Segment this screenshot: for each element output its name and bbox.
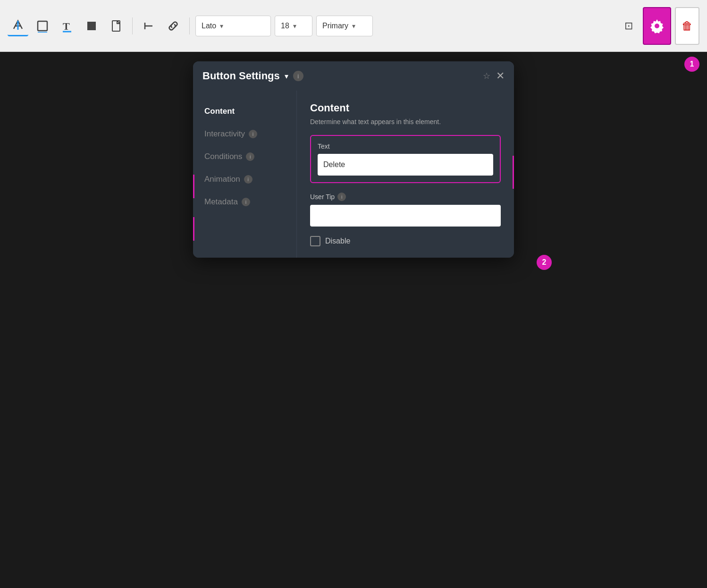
- toolbar-right: ⊡ 🗑: [618, 7, 699, 45]
- style-chevron: ▾: [352, 22, 355, 30]
- size-chevron: ▾: [293, 22, 296, 30]
- svg-rect-2: [38, 21, 47, 31]
- left-accent-bar-2: [193, 217, 194, 241]
- sidebar-item-animation[interactable]: Animation i: [193, 168, 296, 191]
- sidebar-item-metadata[interactable]: Metadata i: [193, 191, 296, 213]
- toolbar: T Lato ▾ 18 ▾ P: [0, 0, 707, 52]
- sidebar-item-interactivity[interactable]: Interactivity i: [193, 123, 296, 145]
- badge-2: 2: [537, 255, 552, 270]
- pin-icon[interactable]: ☆: [483, 71, 490, 81]
- modal-main-content: Content Determine what text appears in t…: [297, 91, 514, 258]
- disable-row: Disable: [310, 236, 501, 246]
- modal-body: Content Interactivity i Conditions i Ani…: [193, 91, 514, 258]
- svg-rect-6: [87, 22, 96, 30]
- content-section-title: Content: [310, 102, 501, 114]
- font-chevron: ▾: [220, 22, 223, 30]
- modal-sidebar: Content Interactivity i Conditions i Ani…: [193, 91, 297, 258]
- insert-icon-btn[interactable]: [138, 16, 159, 36]
- left-accent-bar: [193, 175, 194, 198]
- modal-header-actions: ☆ ✕: [483, 70, 505, 82]
- font-dropdown[interactable]: Lato ▾: [195, 16, 271, 36]
- shape-icon-btn[interactable]: [81, 16, 102, 36]
- style-dropdown[interactable]: Primary ▾: [316, 16, 373, 36]
- size-dropdown[interactable]: 18 ▾: [275, 16, 312, 36]
- disable-label: Disable: [325, 237, 350, 245]
- modal-title: Button Settings: [202, 70, 280, 82]
- user-tip-label: User Tip i: [310, 193, 501, 201]
- sidebar-item-content[interactable]: Content: [193, 100, 296, 123]
- font-label: Lato: [202, 22, 216, 30]
- svg-point-11: [655, 24, 659, 28]
- svg-text:T: T: [63, 20, 70, 32]
- toolbar-divider-2: [189, 17, 190, 34]
- page-icon-btn[interactable]: [106, 16, 126, 36]
- sidebar-animation-label: Animation: [204, 175, 240, 184]
- modal-header: Button Settings ▾ i ☆ ✕: [193, 61, 514, 91]
- user-tip-info-icon[interactable]: i: [337, 193, 346, 201]
- gear-btn[interactable]: [643, 7, 671, 45]
- text-field-section: Text: [310, 135, 501, 183]
- text-icon-btn[interactable]: T: [57, 16, 77, 36]
- user-tip-input[interactable]: [310, 205, 501, 227]
- interactivity-info-icon[interactable]: i: [249, 130, 257, 138]
- style-label: Primary: [322, 22, 348, 30]
- user-tip-section: User Tip i: [310, 193, 501, 227]
- disable-checkbox[interactable]: [310, 236, 320, 246]
- right-accent-bar: [513, 156, 514, 189]
- sidebar-content-label: Content: [204, 107, 235, 116]
- size-label: 18: [281, 22, 289, 30]
- content-section-desc: Determine what text appears in this elem…: [310, 118, 501, 126]
- modal-info-icon[interactable]: i: [293, 71, 303, 81]
- link-icon-btn[interactable]: [163, 16, 184, 36]
- metadata-info-icon[interactable]: i: [242, 198, 250, 206]
- animation-info-icon[interactable]: i: [244, 175, 252, 184]
- title-chevron-icon[interactable]: ▾: [285, 72, 288, 81]
- close-icon[interactable]: ✕: [496, 70, 505, 82]
- trash-btn[interactable]: 🗑: [675, 7, 699, 45]
- sidebar-item-conditions[interactable]: Conditions i: [193, 145, 296, 168]
- conditions-info-icon[interactable]: i: [246, 152, 254, 161]
- text-field-label: Text: [318, 143, 493, 150]
- sidebar-interactivity-label: Interactivity: [204, 129, 245, 139]
- text-input[interactable]: [318, 154, 493, 176]
- toolbar-divider-1: [132, 17, 133, 34]
- modal-overlay: Button Settings ▾ i ☆ ✕ Content Interact…: [0, 52, 707, 588]
- sidebar-conditions-label: Conditions: [204, 152, 242, 161]
- external-link-btn[interactable]: ⊡: [618, 16, 639, 36]
- sidebar-metadata-label: Metadata: [204, 197, 238, 207]
- frame-icon-btn[interactable]: [32, 16, 53, 36]
- button-settings-modal: Button Settings ▾ i ☆ ✕ Content Interact…: [193, 61, 514, 258]
- paint-icon-btn[interactable]: [8, 16, 28, 36]
